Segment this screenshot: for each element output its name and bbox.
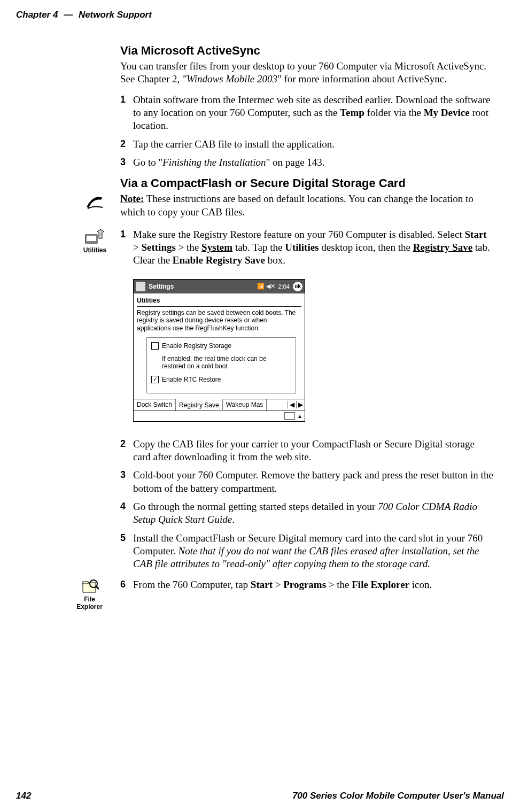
text-bold: Utilities (285, 242, 319, 253)
titlebar-text: Settings (149, 283, 254, 290)
header-dash: — (64, 10, 73, 20)
list-item: 2 Tap the carrier CAB file to install th… (120, 138, 494, 151)
text-bold: Start (251, 579, 273, 590)
page-content: Via Microsoft ActiveSync You can transfe… (120, 44, 494, 601)
svg-rect-1 (87, 236, 96, 241)
text: Copy the CAB files for your carrier to y… (133, 438, 475, 462)
list-storage-steps-1: 1 Make sure the Registry Restore feature… (120, 228, 494, 267)
text-bold: Settings (141, 242, 175, 253)
utilities-caption: Utilities (80, 246, 110, 254)
text: " on page 143. (266, 157, 324, 168)
list-storage-steps-3: 6 From the 760 Computer, tap Start > Pro… (120, 578, 494, 591)
pda-tabbar: Dock Switch Registry Save Wakeup Mas ◀ ▶ (134, 399, 305, 411)
text: " for more information about ActiveSync. (277, 73, 447, 84)
checkbox-unchecked-icon[interactable] (151, 342, 159, 350)
pda-window: Settings 📶 ◀✕ 2:04 ok Utilities Registry… (133, 279, 305, 422)
note-icon (80, 192, 110, 211)
text: tab. Tap the (232, 242, 285, 253)
list-item: 5 Install the CompactFlash or Secure Dig… (120, 532, 494, 571)
signal-icon: 📶 ◀✕ (257, 283, 275, 290)
step-number: 4 (120, 500, 126, 513)
keyboard-icon[interactable] (284, 412, 295, 420)
text: . (232, 514, 235, 525)
list-item: 1 Obtain software from the Intermec web … (120, 94, 494, 133)
text-bold: File Explorer (352, 579, 409, 590)
text: Tap the carrier CAB file to install the … (133, 138, 335, 150)
checkbox-label: Enable RTC Restore (162, 376, 221, 383)
note-block: Note: These instructions are based on de… (120, 192, 494, 219)
step-number: 1 (120, 228, 126, 241)
list-activesync-steps: 1 Obtain software from the Intermec web … (120, 94, 494, 169)
file-explorer-icon: File Explorer (75, 578, 104, 610)
page-number: 142 (16, 791, 31, 801)
section-title: Network Support (79, 10, 152, 20)
list-item: 1 Make sure the Registry Restore feature… (120, 228, 494, 267)
clock-text: 2:04 (278, 283, 290, 290)
pda-body: Utilities Registry settings can be saved… (134, 293, 305, 393)
pda-description: Registry settings can be saved between c… (137, 309, 301, 332)
checkbox-row-rtc[interactable]: Enable RTC Restore (151, 376, 291, 383)
pda-subtext: If enabled, the real time clock can be r… (162, 355, 291, 370)
heading-activesync: Via Microsoft ActiveSync (120, 44, 494, 58)
text: box. (265, 254, 285, 266)
text-italic: Note that if you do not want the CAB fil… (133, 545, 479, 569)
chapter-label: Chapter 4 (16, 10, 58, 20)
text: From the 760 Computer, tap (133, 579, 251, 590)
page-header: Chapter 4 — Network Support (16, 10, 504, 20)
list-item: 4 Go through the normal getting started … (120, 500, 494, 527)
text-italic: Finishing the Installation (162, 157, 266, 168)
pda-titlebar: Settings 📶 ◀✕ 2:04 ok (134, 280, 305, 293)
pda-fieldset: Enable Registry Storage If enabled, the … (146, 337, 296, 393)
step-number: 5 (120, 532, 126, 544)
up-arrow-icon[interactable]: ▲ (297, 413, 302, 419)
checkbox-label: Enable Registry Storage (162, 342, 231, 350)
page-footer: 142 700 Series Color Mobile Computer Use… (16, 791, 504, 801)
tab-right-arrow[interactable]: ▶ (296, 401, 305, 408)
text: > the (176, 242, 201, 253)
step-with-icon-fe: File Explorer 6 From the 760 Computer, t… (120, 578, 494, 591)
list-storage-steps-2: 2 Copy the CAB files for your carrier to… (120, 438, 494, 571)
tab-scroll-arrows: ◀ ▶ (288, 401, 305, 408)
tab-registry-save[interactable]: Registry Save (176, 399, 223, 410)
list-item: 6 From the 760 Computer, tap Start > Pro… (120, 578, 494, 591)
pda-screenshot: Settings 📶 ◀✕ 2:04 ok Utilities Registry… (133, 279, 494, 422)
tab-wakeup[interactable]: Wakeup Mas (223, 399, 267, 411)
text: Make sure the Registry Restore feature o… (133, 229, 465, 240)
checkbox-checked-icon[interactable] (151, 376, 159, 383)
pda-app-title: Utilities (137, 296, 301, 307)
ok-button[interactable]: ok (293, 282, 302, 291)
step-number: 3 (120, 156, 126, 168)
utilities-icon: Utilities (80, 228, 110, 254)
text: folder via the (364, 107, 424, 118)
step-number: 2 (120, 138, 126, 150)
file-explorer-caption: File Explorer (75, 596, 104, 610)
text: Go to " (133, 157, 162, 168)
list-item: 2 Copy the CAB files for your carrier to… (120, 438, 494, 464)
text-bold: Programs (283, 579, 326, 590)
para-activesync-intro: You can transfer files from your desktop… (120, 60, 494, 86)
manual-title: 700 Series Color Mobile Computer User's … (292, 791, 504, 801)
text-bold-u: Registry Save (413, 242, 472, 253)
tab-left-arrow[interactable]: ◀ (288, 401, 296, 408)
text-bold: My Device (424, 107, 470, 118)
note-label: Note: (120, 193, 144, 204)
list-item: 3 Cold-boot your 760 Computer. Remove th… (120, 469, 494, 495)
text-bold: Start (465, 229, 487, 240)
text: icon. (409, 579, 432, 590)
note-text: Note: These instructions are based on de… (120, 192, 494, 219)
checkbox-row-registry[interactable]: Enable Registry Storage (151, 342, 291, 350)
text-bold-u: System (201, 242, 232, 253)
pda-bottom-bar: ▲ (134, 411, 305, 421)
step-number: 1 (120, 94, 126, 106)
text-italic: , "Windows Mobile 2003 (177, 73, 277, 84)
step-number: 3 (120, 469, 126, 481)
svg-line-5 (96, 586, 99, 589)
text: These instructions are based on default … (120, 193, 474, 217)
step-number: 6 (120, 578, 126, 591)
text: desktop icon, then the (319, 242, 413, 253)
text: > the (326, 579, 352, 590)
start-flag-icon[interactable] (136, 282, 145, 291)
tab-dock-switch[interactable]: Dock Switch (134, 399, 176, 411)
text-bold: Temp (340, 107, 364, 118)
text: > (133, 242, 141, 253)
